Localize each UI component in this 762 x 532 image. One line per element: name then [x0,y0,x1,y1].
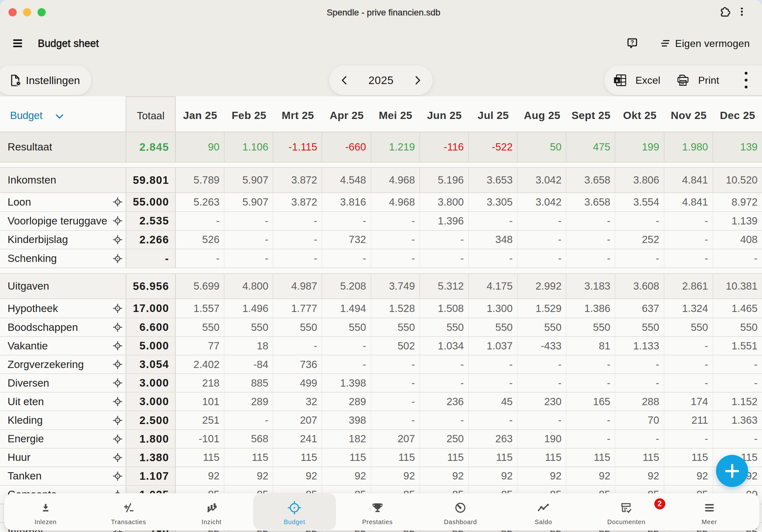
svg-text:x: x [616,78,618,83]
svg-text:?: ? [631,39,634,46]
